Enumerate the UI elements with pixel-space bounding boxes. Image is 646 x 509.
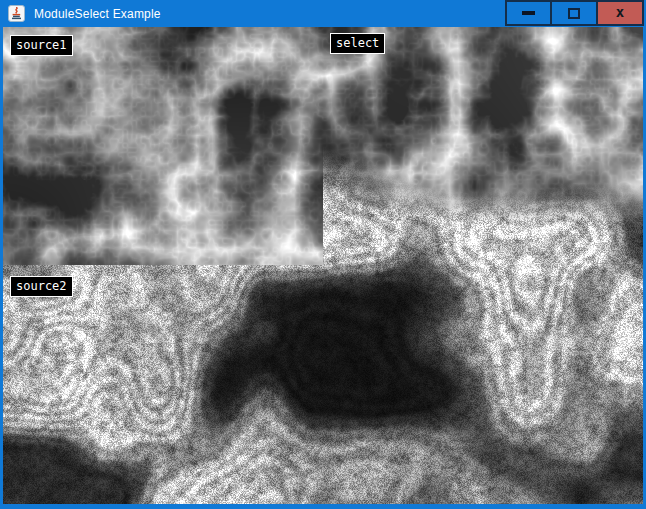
app-window: ModuleSelect Example x source1 select so… — [0, 0, 646, 509]
close-icon: x — [616, 5, 624, 19]
java-coffee-cup-icon — [8, 5, 25, 22]
window-title: ModuleSelect Example — [34, 7, 161, 21]
window-controls: x — [505, 0, 644, 26]
noise-canvas — [3, 27, 643, 504]
close-button[interactable]: x — [597, 0, 644, 26]
minimize-icon — [522, 11, 535, 15]
render-area: source1 select source2 — [3, 27, 643, 504]
label-source1: source1 — [10, 35, 73, 56]
minimize-button[interactable] — [505, 0, 551, 26]
maximize-icon — [568, 8, 580, 19]
titlebar[interactable]: ModuleSelect Example x — [0, 0, 646, 27]
label-select: select — [330, 33, 385, 54]
label-source2: source2 — [10, 276, 73, 297]
maximize-button[interactable] — [551, 0, 597, 26]
